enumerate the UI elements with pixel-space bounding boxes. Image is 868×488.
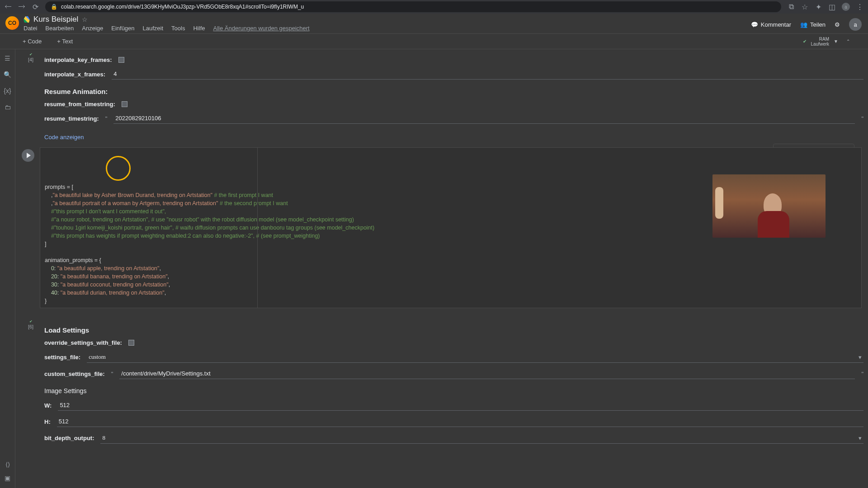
runtime-dropdown-icon[interactable]: ▼ bbox=[834, 39, 838, 44]
doc-title[interactable]: Kurs Beispiel bbox=[33, 15, 78, 24]
drive-icon bbox=[24, 16, 30, 23]
menu-datei[interactable]: Datei bbox=[24, 25, 37, 32]
gear-icon[interactable]: ⚙ bbox=[835, 21, 840, 28]
user-avatar[interactable]: a bbox=[849, 18, 862, 31]
colab-logo-icon[interactable]: CO bbox=[5, 16, 19, 30]
add-text-button[interactable]: + Text bbox=[52, 36, 77, 47]
save-status[interactable]: Alle Änderungen wurden gespeichert bbox=[213, 25, 309, 32]
menu-anzeige[interactable]: Anzeige bbox=[82, 25, 103, 32]
profile-icon[interactable]: a bbox=[842, 3, 850, 11]
menu-hilfe[interactable]: Hilfe bbox=[193, 25, 205, 32]
lock-icon: 🔒 bbox=[51, 4, 57, 10]
url-bar[interactable]: 🔒 colab.research.google.com/drive/13G9KH… bbox=[45, 1, 781, 12]
toolbar: + Code + Text ✔ RAM Laufwerk ▼ ⌃ bbox=[0, 34, 868, 49]
share-icon: 👥 bbox=[800, 21, 807, 28]
menu-bar: Datei Bearbeiten Anzeige Einfügen Laufze… bbox=[24, 24, 310, 33]
comment-button[interactable]: 💬 Kommentar bbox=[751, 21, 791, 28]
collapse-up-icon[interactable]: ⌃ bbox=[846, 39, 850, 44]
add-code-button[interactable]: + Code bbox=[18, 36, 46, 47]
back-icon[interactable]: 🡐 bbox=[5, 3, 12, 10]
reload-icon[interactable]: ⟳ bbox=[32, 3, 39, 10]
star-icon[interactable]: ☆ bbox=[801, 3, 808, 10]
extensions-icon[interactable]: ✦ bbox=[815, 3, 822, 10]
share-button[interactable]: 👥 Teilen bbox=[800, 21, 826, 28]
forward-icon[interactable]: 🡒 bbox=[18, 3, 25, 10]
runtime-check-icon: ✔ bbox=[803, 39, 807, 44]
browser-chrome: 🡐 🡒 ⟳ 🔒 colab.research.google.com/drive/… bbox=[0, 0, 868, 14]
translate-icon[interactable]: ⧉ bbox=[788, 3, 795, 10]
url-text: colab.research.google.com/drive/13G9KHyM… bbox=[61, 4, 304, 10]
sidepanel-icon[interactable]: ◫ bbox=[828, 3, 835, 10]
star-doc-icon[interactable]: ☆ bbox=[82, 16, 88, 23]
browser-menu-icon[interactable]: ⋮ bbox=[856, 3, 863, 10]
colab-header: CO Kurs Beispiel ☆ Datei Bearbeiten Anze… bbox=[0, 14, 868, 34]
menu-laufzeit[interactable]: Laufzeit bbox=[143, 25, 164, 32]
comment-icon: 💬 bbox=[751, 21, 758, 28]
menu-bearbeiten[interactable]: Bearbeiten bbox=[45, 25, 74, 32]
runtime-status[interactable]: RAM Laufwerk bbox=[811, 37, 830, 47]
menu-tools[interactable]: Tools bbox=[171, 25, 185, 32]
menu-einfuegen[interactable]: Einfügen bbox=[111, 25, 134, 32]
